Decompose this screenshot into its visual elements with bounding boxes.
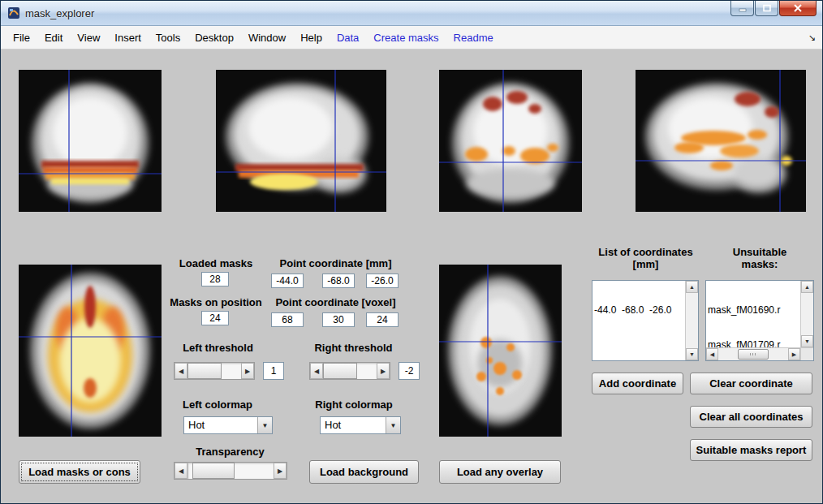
transparency-label: Transparency — [175, 446, 285, 458]
right-threshold-trough[interactable] — [323, 363, 377, 379]
unsuitable-list-items: mask_fM01690.r mask_fM01709.r mask_fM018… — [706, 281, 800, 347]
right-threshold-slider[interactable]: ◀ ▶ — [309, 362, 390, 380]
load-background-button[interactable]: Load background — [309, 460, 419, 484]
close-icon — [793, 4, 803, 12]
voxel-y-field[interactable]: 30 — [322, 312, 355, 327]
left-threshold-trough[interactable] — [187, 363, 241, 379]
transparency-trough[interactable] — [187, 463, 274, 479]
vertical-scrollbar[interactable]: ▲ ▼ — [800, 281, 813, 347]
scroll-up-icon[interactable]: ▲ — [686, 281, 698, 293]
menu-readme[interactable]: Readme — [446, 28, 501, 47]
axial-view-left[interactable] — [19, 265, 162, 437]
sagittal-view-left[interactable] — [216, 70, 386, 212]
menu-bar: File Edit View Insert Tools Desktop Wind… — [1, 26, 822, 50]
add-coordinate-button[interactable]: Add coordinate — [592, 373, 683, 394]
left-threshold-slider[interactable]: ◀ ▶ — [174, 362, 255, 380]
coordinates-listbox[interactable]: -44.0 -68.0 -26.0 ▲ ▼ — [592, 280, 699, 361]
right-colormap-label: Right colormap — [309, 398, 399, 411]
masks-on-position-value[interactable]: 24 — [201, 311, 229, 325]
horizontal-scrollbar[interactable]: ◀ ▶ — [706, 347, 800, 360]
scroll-left-icon[interactable]: ◀ — [706, 348, 718, 360]
menu-help[interactable]: Help — [293, 28, 330, 47]
maximize-icon — [762, 4, 772, 12]
slider-left-arrow-icon[interactable]: ◀ — [310, 363, 323, 379]
slider-left-arrow-icon[interactable]: ◀ — [175, 463, 187, 479]
maximize-button[interactable] — [755, 1, 778, 16]
unsuitable-masks-listbox[interactable]: mask_fM01690.r mask_fM01709.r mask_fM018… — [705, 280, 814, 361]
dropdown-arrow-icon[interactable]: ▼ — [386, 417, 400, 433]
coordinates-list-label-line1: List of coordinates — [579, 246, 713, 258]
menu-view[interactable]: View — [70, 28, 107, 47]
clear-coordinate-button[interactable]: Clear coordinate — [690, 373, 812, 394]
left-colormap-value: Hot — [184, 417, 257, 433]
right-threshold-thumb[interactable] — [323, 363, 357, 379]
menu-edit[interactable]: Edit — [37, 28, 70, 47]
coordinate-list-item[interactable]: -44.0 -68.0 -26.0 — [594, 304, 683, 317]
minimize-icon — [738, 4, 748, 12]
transparency-slider[interactable]: ◀ ▶ — [174, 462, 287, 480]
point-mm-label: Point coordinate [mm] — [269, 257, 403, 269]
slider-right-arrow-icon[interactable]: ▶ — [377, 363, 390, 379]
slider-right-arrow-icon[interactable]: ▶ — [274, 463, 287, 479]
left-threshold-label: Left threshold — [167, 342, 269, 354]
left-colormap-select[interactable]: Hot ▼ — [183, 416, 273, 434]
left-threshold-value[interactable]: 1 — [263, 362, 284, 380]
mm-y-field[interactable]: -68.0 — [322, 274, 355, 288]
vertical-scrollbar[interactable]: ▲ ▼ — [685, 281, 698, 360]
load-masks-button[interactable]: Load masks or cons — [19, 460, 140, 484]
unsuitable-list-item[interactable]: mask_fM01709.r — [708, 339, 799, 347]
close-button[interactable] — [779, 1, 817, 16]
unsuitable-list-item[interactable]: mask_fM01690.r — [708, 304, 799, 317]
voxel-z-field[interactable]: 24 — [366, 312, 399, 327]
window-controls — [730, 1, 817, 16]
clear-all-coordinates-button[interactable]: Clear all coordinates — [690, 406, 812, 428]
loaded-masks-value[interactable]: 28 — [201, 272, 229, 286]
unsuitable-listbox-body: mask_fM01690.r mask_fM01709.r mask_fM018… — [706, 281, 813, 347]
menu-insert[interactable]: Insert — [107, 28, 149, 47]
unsuitable-masks-label-line2: masks: — [705, 258, 814, 270]
transparency-thumb[interactable] — [192, 463, 235, 479]
window-title: mask_explorer — [25, 7, 94, 19]
app-icon — [7, 6, 20, 19]
mm-z-field[interactable]: -26.0 — [366, 274, 399, 288]
coordinates-list-label-line2: [mm] — [579, 258, 713, 270]
coordinates-listbox-body: -44.0 -68.0 -26.0 ▲ ▼ — [592, 281, 698, 360]
voxel-x-field[interactable]: 68 — [271, 312, 304, 327]
axial-view-middle[interactable] — [439, 265, 562, 437]
minimize-button[interactable] — [730, 1, 754, 16]
point-voxel-label: Point coordinate [voxel] — [269, 296, 403, 308]
suitable-masks-report-button[interactable]: Suitable masks report — [690, 439, 812, 461]
title-bar[interactable]: mask_explorer — [1, 1, 822, 26]
left-threshold-thumb[interactable] — [187, 363, 222, 379]
menu-create-masks[interactable]: Create masks — [366, 28, 446, 47]
right-colormap-select[interactable]: Hot ▼ — [320, 416, 401, 434]
scroll-down-icon[interactable]: ▼ — [801, 335, 813, 347]
menu-tools[interactable]: Tools — [149, 28, 187, 47]
scrollbar-corner — [800, 347, 813, 360]
scroll-right-icon[interactable]: ▶ — [788, 348, 800, 360]
slider-left-arrow-icon[interactable]: ◀ — [175, 363, 187, 379]
slider-right-arrow-icon[interactable]: ▶ — [241, 363, 254, 379]
menubar-arrow-icon[interactable]: ↘ — [808, 32, 816, 43]
coordinates-list-label: List of coordinates [mm] — [579, 246, 713, 270]
menu-file[interactable]: File — [6, 28, 37, 47]
coronal-view-left[interactable] — [19, 70, 162, 212]
mm-x-field[interactable]: -44.0 — [271, 274, 304, 288]
menu-window[interactable]: Window — [241, 28, 293, 47]
right-threshold-label: Right threshold — [303, 342, 404, 354]
coordinates-list-items: -44.0 -68.0 -26.0 — [592, 281, 685, 360]
unsuitable-masks-label: Unsuitable masks: — [705, 246, 814, 270]
right-threshold-value[interactable]: -2 — [399, 362, 420, 380]
scroll-down-icon[interactable]: ▼ — [686, 348, 698, 360]
left-colormap-label: Left colormap — [173, 398, 262, 411]
scroll-up-icon[interactable]: ▲ — [801, 281, 813, 293]
menu-desktop[interactable]: Desktop — [187, 28, 241, 47]
horizontal-scroll-track[interactable] — [718, 348, 788, 360]
masks-on-position-label: Masks on position — [161, 296, 271, 308]
menu-data[interactable]: Data — [330, 28, 366, 47]
sagittal-view-right[interactable] — [636, 70, 806, 212]
load-overlay-button[interactable]: Load any overlay — [439, 460, 561, 484]
dropdown-arrow-icon[interactable]: ▼ — [257, 417, 272, 433]
horizontal-scroll-thumb[interactable] — [738, 349, 769, 360]
coronal-view-right[interactable] — [439, 70, 582, 212]
